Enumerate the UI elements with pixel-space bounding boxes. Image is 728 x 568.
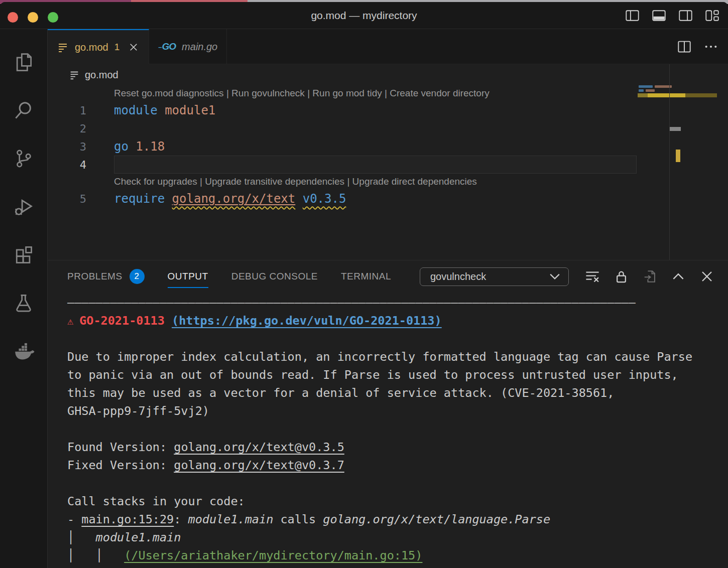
title-bar: go.mod — mydirectory [0,2,728,29]
toggle-primary-sidebar-icon[interactable] [625,10,639,22]
more-actions-icon[interactable] [704,41,718,53]
list-file-icon [57,41,69,53]
found-version-link[interactable]: golang.org/x/text@v0.3.5 [174,440,344,454]
ruler-cursor-marker [670,127,681,131]
output-blank-line [67,420,728,438]
tab-problems[interactable]: PROBLEMS 2 [67,260,145,293]
output-found-version: Found Version: golang.org/x/text@v0.3.5 [67,438,728,456]
line-number: 1 [48,104,86,117]
editor-tab-strip: go.mod 1 –GO main.go [48,29,728,64]
chevron-down-icon [549,273,560,280]
clear-output-icon[interactable] [585,269,599,283]
tab-warning-badge: 1 [114,42,120,53]
output-fixed-version: Fixed Version: golang.org/x/text@v0.3.7 [67,456,728,474]
toggle-panel-icon[interactable] [652,10,666,22]
docker-icon[interactable] [9,327,39,375]
output-callstack-entry: - main.go:15:29: module1.main calls gola… [67,510,728,528]
tab-output[interactable]: OUTPUT [168,260,208,293]
line-number: 4 [48,159,86,171]
activity-bar [0,29,48,568]
fixed-version-link[interactable]: golang.org/x/text@v0.3.7 [174,458,344,472]
output-vuln-header: ⚠ GO-2021-0113 (https://pkg.go.dev/vuln/… [67,312,728,330]
maximize-panel-icon[interactable] [671,269,685,283]
output-separator: ––––––––––––––––––––––––––––––––––––––––… [67,294,728,312]
close-tab-icon[interactable] [128,41,140,53]
tab-label: go.mod [75,42,108,53]
overview-ruler [669,64,680,260]
testing-flask-icon[interactable] [9,279,39,327]
line-number: 3 [48,140,86,153]
lock-scrolling-icon[interactable] [614,269,628,283]
customize-layout-icon[interactable] [705,10,719,22]
output-description-line: to panic via an out of bounds read. If P… [67,366,728,384]
line-number: 5 [48,193,86,205]
output-callstack-file: │ │ (/Users/ariathaker/mydirectory/main.… [67,546,728,564]
vscode-window: go.mod — mydirectory [0,2,728,568]
list-file-icon [69,69,80,80]
codelens-upgrade-actions[interactable]: Check for upgrades | Upgrade transitive … [114,174,728,190]
tab-terminal[interactable]: TERMINAL [341,260,391,293]
vuln-url-link[interactable]: (https://pkg.go.dev/vuln/GO-2021-0113) [172,314,442,328]
code-line-2[interactable]: 2 [48,119,728,137]
code-line-1[interactable]: 1 module module1 [48,101,728,119]
tab-debug-console[interactable]: DEBUG CONSOLE [231,260,318,293]
code-line-4[interactable]: 4 [48,156,728,174]
code-line-5[interactable]: 5 require golang.org/x/text v0.3.5 [48,190,728,208]
output-description-line: this may be used as a vector for a denia… [67,384,728,402]
layout-controls [625,2,719,29]
explorer-icon[interactable] [9,38,39,86]
editor-actions [678,29,718,64]
panel-actions: govulncheck [420,267,714,286]
vuln-id: GO-2021-0113 [79,314,172,328]
breadcrumb-file: go.mod [85,69,118,81]
search-icon[interactable] [9,86,39,134]
current-line-highlight [114,156,637,174]
source-control-icon[interactable] [9,134,39,183]
toggle-secondary-sidebar-icon[interactable] [678,10,692,22]
split-editor-icon[interactable] [678,41,691,53]
output-description-line: GHSA-ppp9-7jff-5vj2) [67,402,728,420]
callstack-location-link[interactable]: main.go:15:29 [81,512,174,526]
open-output-in-editor-icon[interactable] [643,269,657,283]
warning-icon: ⚠ [67,315,79,327]
output-description-line: Due to improper index calculation, an in… [67,348,728,366]
tab-main-go[interactable]: –GO main.go [149,29,227,64]
close-panel-icon[interactable] [700,269,714,283]
panel-header: PROBLEMS 2 OUTPUT DEBUG CONSOLE TERMINAL… [48,260,728,293]
tab-label: main.go [182,41,217,53]
output-callstacks-header: Call stacks in your code: [67,492,728,510]
window-title: go.mod — mydirectory [0,2,728,29]
ruler-warning-marker [676,150,680,162]
breadcrumb[interactable]: go.mod [48,64,728,85]
problems-count-badge: 2 [130,269,145,284]
output-channel-select[interactable]: govulncheck [420,267,569,286]
code-line-3[interactable]: 3 go 1.18 [48,137,728,156]
minimap-line [639,89,655,92]
output-console[interactable]: ––––––––––––––––––––––––––––––––––––––––… [48,293,728,568]
go-file-icon: –GO [158,41,176,52]
extensions-icon[interactable] [9,231,39,279]
bottom-panel: PROBLEMS 2 OUTPUT DEBUG CONSOLE TERMINAL… [48,260,728,568]
line-number: 2 [48,122,86,135]
output-callstack-frame: │ module1.main [67,528,728,546]
minimap-line [639,85,672,88]
run-debug-icon[interactable] [9,183,39,231]
codelens-gomod-actions[interactable]: Reset go.mod diagnostics | Run govulnche… [114,85,728,101]
output-blank-line [67,474,728,492]
callstack-file-link[interactable]: (/Users/ariathaker/mydirectory/main.go:1… [124,548,422,562]
editor-pane[interactable]: go.mod Reset go.mod diagnostics | Run go… [48,64,728,260]
module-link[interactable]: golang.org/x/text [172,192,296,206]
output-blank-line [67,330,728,348]
tab-go-mod[interactable]: go.mod 1 [48,29,149,64]
